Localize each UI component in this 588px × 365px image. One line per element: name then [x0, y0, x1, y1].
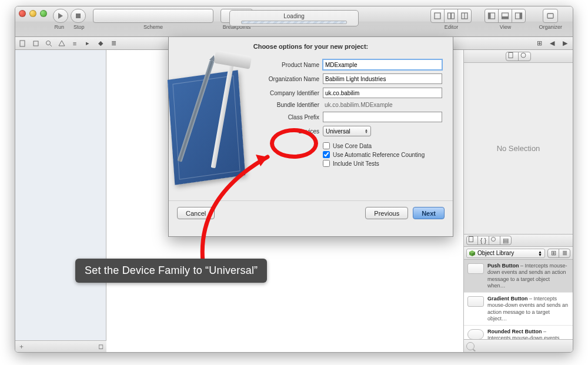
activity-progress	[241, 21, 347, 24]
stop-label: Stop	[74, 24, 85, 30]
stop-icon	[76, 14, 81, 18]
sheet-title: Choose options for your new project:	[169, 37, 453, 55]
svg-rect-1	[448, 13, 451, 19]
svg-point-14	[46, 41, 51, 45]
svg-rect-10	[520, 13, 522, 19]
toggle-debug-button[interactable]	[498, 9, 512, 23]
class-prefix-field[interactable]	[323, 112, 442, 122]
sheet-footer: Cancel Previous Next	[169, 200, 453, 225]
version-editor-button[interactable]	[457, 9, 472, 23]
scheme-selector[interactable]	[93, 9, 213, 23]
stop-button[interactable]	[71, 9, 86, 23]
media-library-tab[interactable]: ▤	[500, 236, 512, 245]
org-name-label: Organization Name	[256, 76, 319, 82]
org-name-field[interactable]	[323, 73, 442, 84]
code-snippet-tab[interactable]: { }	[477, 236, 489, 245]
product-name-label: Product Name	[256, 62, 319, 68]
library-header: { } ▤	[464, 234, 573, 247]
list-item[interactable]: Gradient Button – Intercepts mouse-down …	[464, 293, 573, 326]
bundle-id-label: Bundle Identifier	[256, 102, 319, 108]
object-library-dropdown[interactable]: Object Library ▲▼	[466, 249, 545, 258]
run-button[interactable]	[53, 9, 68, 23]
svg-rect-17	[509, 52, 513, 58]
push-button-icon	[467, 263, 484, 274]
svg-marker-16	[59, 41, 65, 46]
search-icon	[466, 342, 475, 350]
list-item[interactable]: Rounded Rect Button – Intercepts mouse-d…	[464, 326, 573, 339]
annotation-callout: Set the Device Family to “Universal”	[75, 259, 267, 283]
library-filter	[464, 339, 573, 352]
organizer-button[interactable]	[543, 9, 558, 23]
devices-value: Universal	[326, 128, 350, 135]
organizer-label: Organizer	[539, 24, 562, 30]
jump-grid-icon[interactable]: ⊞	[535, 39, 543, 48]
toggle-navigator-button[interactable]	[485, 9, 499, 23]
next-button[interactable]: Next	[413, 207, 445, 219]
debug-nav-icon[interactable]: ▸	[83, 39, 92, 48]
log-nav-icon[interactable]: ≣	[109, 39, 118, 48]
svg-line-15	[50, 45, 52, 46]
activity-viewer: Loading	[229, 10, 359, 26]
activity-text: Loading	[283, 13, 305, 19]
svg-point-18	[521, 53, 526, 58]
sheet-form: Product Name Organization Name Company I…	[251, 55, 453, 200]
zoom-window-button[interactable]	[40, 10, 47, 17]
file-inspector-tab[interactable]	[506, 52, 519, 61]
breakpoint-nav-icon[interactable]: ◆	[96, 39, 105, 48]
file-template-tab[interactable]	[466, 236, 478, 245]
run-stop-group: Run Stop	[53, 9, 86, 30]
inspector-placeholder: No Selection	[464, 63, 573, 234]
navigator-panel	[15, 50, 106, 352]
add-icon[interactable]: ＋	[18, 342, 25, 351]
editor-mode-segmented[interactable]	[430, 9, 472, 23]
svg-rect-2	[452, 13, 455, 19]
test-nav-icon[interactable]: ≡	[71, 39, 79, 48]
quick-help-tab[interactable]	[518, 52, 531, 61]
editor-label: Editor	[445, 24, 459, 30]
svg-rect-8	[502, 16, 509, 19]
class-prefix-label: Class Prefix	[256, 114, 319, 120]
bundle-id-value: uk.co.babilim.MDExample	[323, 102, 442, 108]
minimize-window-button[interactable]	[29, 10, 36, 17]
cancel-button[interactable]: Cancel	[177, 207, 215, 219]
company-id-field[interactable]	[323, 88, 442, 98]
close-window-button[interactable]	[19, 10, 26, 17]
play-icon	[58, 13, 63, 19]
use-core-data-check[interactable]: Use Core Data	[323, 142, 442, 149]
object-library-list[interactable]: Push Button – Intercepts mouse-down even…	[464, 260, 573, 339]
filter-square-icon[interactable]: ◻	[98, 343, 103, 350]
search-nav-icon[interactable]	[45, 39, 53, 48]
symbol-nav-icon[interactable]	[32, 39, 40, 48]
scheme-group: Scheme	[93, 9, 213, 30]
gradient-button-icon	[467, 296, 484, 307]
navigator-filter-bar: ＋ ◻	[15, 340, 106, 352]
project-nav-icon[interactable]	[19, 39, 27, 48]
svg-rect-13	[34, 41, 38, 46]
product-name-field[interactable]	[323, 59, 442, 70]
svg-point-20	[492, 237, 496, 242]
list-item[interactable]: Push Button – Intercepts mouse-down even…	[464, 260, 573, 293]
previous-button[interactable]: Previous	[365, 207, 408, 219]
devices-label: Devices	[256, 128, 319, 135]
jump-back-icon[interactable]: ◀	[548, 39, 556, 48]
assistant-editor-button[interactable]	[444, 9, 458, 23]
toggle-utilities-button[interactable]	[512, 9, 526, 23]
issue-nav-icon[interactable]	[58, 39, 66, 48]
titlebar: Run Stop Scheme Breakpoints Loading	[15, 6, 573, 37]
object-library-tab[interactable]	[489, 236, 500, 245]
object-library-label: Object Library	[477, 250, 514, 256]
traffic-lights	[19, 10, 47, 17]
jump-fwd-icon[interactable]: ▶	[561, 39, 569, 48]
use-arc-check[interactable]: Use Automatic Reference Counting	[323, 151, 442, 158]
svg-rect-0	[435, 13, 440, 19]
svg-rect-11	[547, 14, 553, 18]
devices-select[interactable]: Universal ▲▼	[323, 126, 371, 136]
standard-editor-button[interactable]	[430, 9, 445, 23]
library-grid-view[interactable]: ⊞	[547, 249, 559, 258]
include-tests-check[interactable]: Include Unit Tests	[323, 160, 442, 167]
run-label: Run	[54, 24, 64, 30]
utilities-panel: No Selection { } ▤ Object Library ▲▼ ⊞ ≣	[463, 50, 573, 352]
chevron-updown-icon: ▲▼	[365, 129, 368, 133]
view-segmented[interactable]	[485, 9, 526, 23]
library-list-view[interactable]: ≣	[559, 249, 570, 258]
